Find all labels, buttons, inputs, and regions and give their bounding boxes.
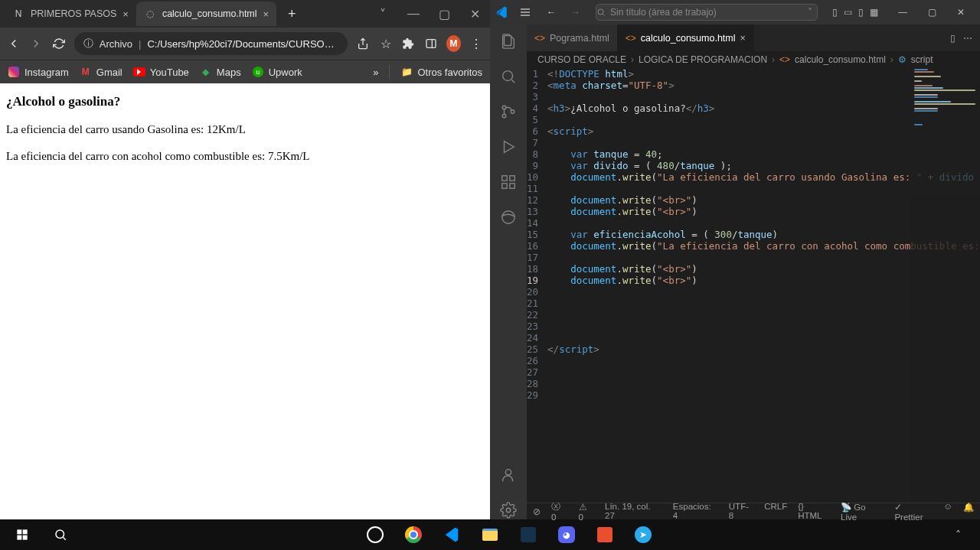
taskbar-app4[interactable] (511, 519, 546, 550)
taskbar-discord[interactable]: ◕ (549, 519, 584, 550)
run-debug-icon[interactable] (499, 138, 518, 156)
crumb-folder[interactable]: LOGICA DE PROGRAMACION (639, 54, 767, 65)
layout-bottom-icon[interactable]: ▭ (842, 7, 854, 18)
breadcrumb[interactable]: CURSO DE ORACLE› LOGICA DE PROGRAMACION›… (527, 51, 980, 68)
status-bell-icon[interactable]: 🔔 (963, 502, 974, 522)
close-window-button[interactable]: ✕ (459, 2, 490, 25)
page-line2: La eficiencia del carro con acohol como … (6, 150, 484, 163)
status-cursor[interactable]: Lín. 19, col. 27 (605, 502, 662, 522)
status-remote-icon[interactable]: ⊘ (533, 506, 541, 517)
file-icon: ◌ (144, 8, 156, 20)
status-prettier[interactable]: ✓ Prettier (894, 502, 933, 522)
editor-tab-pograma[interactable]: <> Pograma.html (527, 24, 618, 51)
vscode-minimize-button[interactable]: — (888, 1, 917, 24)
crumb-file[interactable]: calculo_consumo.html (795, 54, 886, 65)
vscode-close-button[interactable]: ✕ (946, 1, 975, 24)
tab-search-icon[interactable]: ˅ (368, 2, 398, 25)
account-icon[interactable] (499, 466, 518, 484)
chrome-toolbar: ⓘ Archivo | C:/Users/hp%20ci7/Documents/… (0, 28, 490, 60)
explorer-icon[interactable] (499, 32, 518, 50)
command-center[interactable]: Sin título (área de trabajo) ˅ (596, 4, 818, 21)
edge-tools-icon[interactable] (499, 208, 518, 226)
reload-button[interactable] (51, 35, 67, 52)
status-golive[interactable]: 📡 Go Live (841, 502, 884, 522)
settings-gear-icon[interactable] (499, 501, 518, 519)
upwork-icon: u (253, 67, 263, 77)
editor-area: <> Pograma.html <> calculo_consumo.html … (527, 24, 980, 519)
bookmark-overflow[interactable]: » (373, 67, 378, 78)
bookmark-label: Otros favoritos (417, 67, 482, 78)
nav-back-icon[interactable]: ← (542, 7, 560, 18)
extensions-activity-icon[interactable] (499, 173, 518, 191)
bookmark-gmail[interactable]: MGmail (80, 66, 122, 78)
page-line1: La eficiencia del carro usando Gasolina … (6, 123, 484, 136)
status-spaces[interactable]: Espacios: 4 (673, 502, 718, 522)
bookmark-label: YouTube (150, 67, 189, 78)
status-lang[interactable]: {} HTML (798, 502, 830, 522)
bookmark-instagram[interactable]: Instagram (8, 66, 69, 78)
profile-initial: M (450, 38, 458, 49)
back-button[interactable] (6, 35, 21, 52)
taskbar-telegram[interactable]: ➤ (626, 519, 661, 550)
split-editor-icon[interactable]: ▯ (950, 33, 956, 44)
address-bar[interactable]: ⓘ Archivo | C:/Users/hp%20ci7/Documents/… (74, 32, 348, 55)
maximize-button[interactable]: ▢ (429, 2, 459, 25)
chrome-tab-primeros-pasos[interactable]: N PRIMEROS PASOS × (5, 2, 136, 26)
status-feedback-icon[interactable]: ☺ (943, 502, 952, 522)
status-eol[interactable]: CRLF (764, 502, 787, 522)
svg-point-18 (502, 211, 515, 224)
bookmark-label: Maps (217, 67, 241, 78)
vscode-maximize-button[interactable]: ▢ (917, 1, 946, 24)
sidepanel-icon[interactable] (423, 35, 439, 52)
close-tab-icon[interactable]: × (263, 8, 270, 20)
app-icon (521, 527, 536, 542)
editor-more-icon[interactable]: ⋯ (963, 33, 972, 44)
editor-tab-calculo[interactable]: <> calculo_consumo.html × (618, 24, 754, 51)
site-info-icon[interactable]: ⓘ (83, 37, 93, 50)
search-activity-icon[interactable] (499, 67, 518, 86)
svg-rect-23 (17, 535, 21, 540)
code-editor[interactable]: 1234567891011121314151617181920212223242… (527, 68, 980, 503)
status-warnings[interactable]: ⚠ 0 (579, 502, 595, 522)
layout-left-icon[interactable]: ▯ (831, 7, 839, 18)
menu-button[interactable] (514, 6, 536, 18)
taskbar-vscode[interactable] (434, 519, 469, 550)
layout-right-icon[interactable]: ▯ (857, 7, 865, 18)
start-button[interactable] (5, 519, 40, 550)
taskbar-app6[interactable] (587, 519, 622, 550)
share-icon[interactable] (355, 35, 371, 52)
page-content: ¿Alcohol o gasolina? La eficiencia del c… (0, 83, 490, 519)
taskbar-cortana[interactable] (358, 519, 393, 550)
bookmark-other[interactable]: 📁Otros favoritos (400, 66, 482, 78)
bookmark-upwork[interactable]: uUpwork (252, 66, 302, 78)
minimap[interactable] (911, 68, 980, 503)
tab-title: PRIMEROS PASOS (31, 8, 116, 19)
forward-button[interactable] (29, 35, 44, 52)
crumb-folder[interactable]: CURSO DE ORACLE (537, 54, 626, 65)
layout-controls[interactable]: ▯ ▭ ▯ ▦ (831, 7, 880, 18)
taskbar-explorer[interactable] (472, 519, 508, 550)
new-tab-button[interactable]: + (281, 3, 302, 24)
crumb-symbol[interactable]: script (911, 54, 933, 65)
status-errors[interactable]: ⓧ 0 (551, 501, 568, 522)
svg-point-20 (506, 508, 511, 513)
extensions-icon[interactable] (401, 35, 416, 52)
kebab-menu-icon[interactable]: ⋮ (469, 35, 484, 52)
bookmark-youtube[interactable]: YouTube (133, 66, 189, 78)
close-tab-icon[interactable]: × (122, 8, 129, 20)
taskbar-chrome[interactable] (396, 519, 431, 550)
chrome-tab-calculo[interactable]: ◌ calculo_consumo.html × (136, 2, 276, 26)
tray-overflow-icon[interactable]: ˄ (940, 519, 975, 550)
folder-icon: 📁 (400, 66, 413, 78)
search-taskbar-button[interactable] (43, 519, 78, 550)
layout-grid-icon[interactable]: ▦ (868, 7, 880, 18)
source-control-icon[interactable] (499, 103, 518, 121)
bookmark-maps[interactable]: ◆Maps (200, 66, 241, 78)
svg-rect-7 (505, 36, 511, 46)
profile-avatar[interactable]: M (446, 35, 462, 52)
bookmark-star-icon[interactable]: ☆ (378, 35, 394, 52)
nav-forward-icon[interactable]: → (567, 7, 585, 18)
close-editor-tab-icon[interactable]: × (740, 33, 746, 44)
status-encoding[interactable]: UTF-8 (729, 502, 753, 522)
minimize-button[interactable]: — (398, 2, 429, 25)
